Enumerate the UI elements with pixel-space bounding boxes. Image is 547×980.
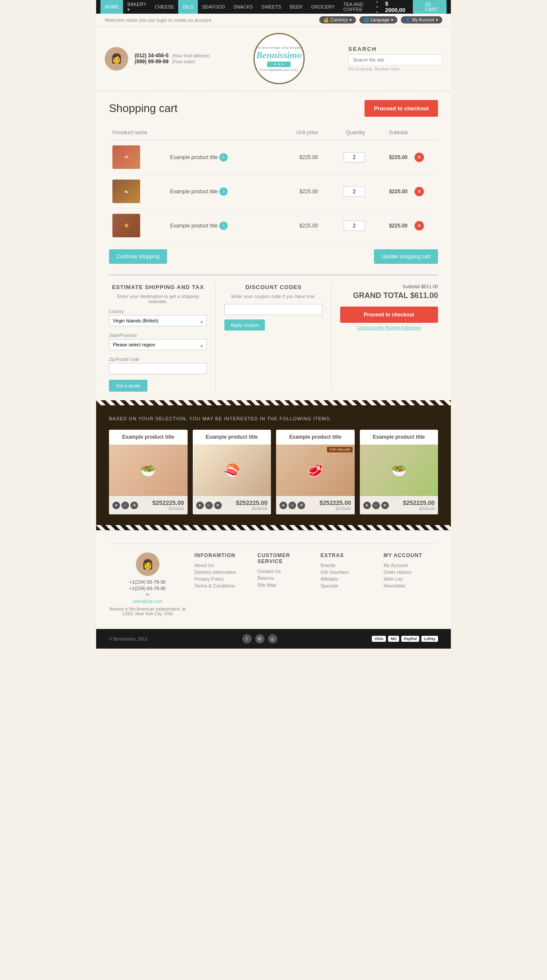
footer-link-contact[interactable]: Contact Us [258, 569, 312, 574]
footer-link-specials[interactable]: Specials [321, 583, 375, 588]
product-image: 🍰 [112, 145, 140, 169]
wishlist-icon[interactable]: ♥ [196, 502, 204, 509]
login-link[interactable]: login [157, 18, 167, 23]
footer-link-wishlist[interactable]: Wish List [384, 576, 438, 582]
footer-link-vouchers[interactable]: Gift Vouchers [321, 570, 375, 575]
nav-sweets[interactable]: SWEETS [257, 0, 285, 14]
nav-tea[interactable]: TEA AND COFFEE [339, 0, 372, 14]
quantity-input[interactable] [344, 152, 365, 162]
top-seller-badge: TOP SELLER [327, 447, 352, 452]
state-select[interactable]: Please select region Goa Maharashtra [109, 339, 207, 350]
delete-button[interactable]: ✕ [415, 153, 424, 162]
continue-shopping-button[interactable]: Continue shopping [109, 249, 167, 264]
currency-button[interactable]: 💰 Currency ▾ [319, 16, 356, 24]
proceed-checkout-bottom[interactable]: Proceed to checkout [340, 307, 438, 323]
delete-button[interactable]: ✕ [415, 221, 424, 230]
state-select-wrap: Please select region Goa Maharashtra [109, 339, 207, 354]
zip-input[interactable] [109, 363, 207, 374]
shipping-desc: Enter your destination to get a shipping… [109, 294, 207, 304]
product-info-icon[interactable]: i [219, 221, 228, 230]
nav-bakery[interactable]: BAKERY ▾ [123, 0, 150, 14]
nav-beer[interactable]: BEER [285, 0, 307, 14]
update-cart-button[interactable]: Update shopping cart [374, 249, 438, 264]
add-to-cart-icon[interactable]: 🛒 [288, 502, 296, 509]
wishlist-icon[interactable]: ♥ [112, 502, 120, 509]
quick-view-icon[interactable]: 👁 [214, 502, 222, 509]
paypal-icon: PayPal [401, 636, 419, 642]
footer-link-privacy[interactable]: Privacy Policy [194, 576, 249, 582]
cart-icon: 🛒 [417, 4, 423, 10]
social-links: f W ◎ [242, 634, 277, 643]
delete-button[interactable]: ✕ [415, 187, 424, 196]
unit-price: $225.00 [274, 174, 321, 209]
subtotal-row: Subtotal $611.00 [340, 284, 438, 289]
welcome-bar: Welcome visitor you can login or create … [96, 14, 451, 27]
nav-cheese[interactable]: CHEESE [150, 0, 178, 14]
language-button[interactable]: 🌐 Language ▾ [359, 16, 398, 24]
footer-link-sitemap[interactable]: Site Map [258, 582, 312, 587]
price-main: $252225.00 [403, 499, 435, 506]
footer-link-about[interactable]: About Us [194, 563, 249, 568]
create-account-link[interactable]: create an account. [174, 18, 212, 23]
get-quote-button[interactable]: Get a quote [109, 380, 147, 392]
welcome-or: or [168, 18, 174, 23]
product-card-image: 🥗 [360, 445, 438, 496]
wishlist-icon[interactable]: ♥ [279, 502, 287, 509]
nav-oils[interactable]: OILS [178, 0, 197, 14]
footer-email[interactable]: sales@site.com [132, 599, 163, 604]
nav-home[interactable]: HOME [100, 0, 123, 14]
product-card-footer: ♥ 🛒 👁 $252225.00 $240.00 [276, 496, 355, 514]
product-info-icon[interactable]: i [219, 187, 228, 196]
add-to-cart-icon[interactable]: 🛒 [121, 502, 129, 509]
footer-link-returns[interactable]: Returns [258, 576, 312, 581]
footer-link-order-history[interactable]: Order History [384, 570, 438, 575]
search-title: SEARCH [348, 46, 442, 52]
subtotal: $225.00 [368, 174, 411, 209]
rss-icon[interactable]: ◎ [268, 634, 277, 643]
add-to-cart-icon[interactable]: 🛒 [372, 502, 380, 509]
search-input[interactable] [348, 54, 442, 65]
apply-coupon-button[interactable]: Apply coupon [224, 319, 265, 331]
nav-seafood[interactable]: SEAFOOD [198, 0, 229, 14]
footer-address: Avenue of the American Independent, at 1… [109, 607, 186, 616]
footer-link-terms[interactable]: Terms & Conditions [194, 583, 249, 588]
subtotal-label: Subtotal [403, 284, 420, 289]
search-example: For Example: Buwiser beer [348, 67, 442, 71]
quantity-input[interactable] [344, 221, 365, 231]
footer-link-delivery[interactable]: Delivery Information [194, 570, 249, 575]
product-card: Example product title 🥩 TOP SELLER ♥ 🛒 👁… [276, 430, 355, 514]
account-button[interactable]: 👤 My Account ▾ [401, 16, 442, 24]
site-logo[interactable]: The best vintage shop template Bennissim… [210, 33, 348, 84]
wishlist-icon[interactable]: ♥ [363, 502, 371, 509]
product-card-image-wrap: 🥗 [360, 445, 438, 496]
table-row: 🍜 Example product title i $225.00 $225.0… [109, 174, 438, 209]
nav-snacks[interactable]: SNACKS [229, 0, 257, 14]
phone1: (012) 34-456-5 [135, 53, 168, 59]
footer-link-newsletter[interactable]: Newsletter [384, 583, 438, 588]
country-select[interactable]: Virgin Islands (British) United States U… [109, 315, 207, 326]
footer-link-affiliates[interactable]: Affiliates [321, 576, 375, 582]
quantity-input[interactable] [344, 186, 365, 197]
cart-button[interactable]: 🛒 (0) CART [413, 0, 447, 14]
product-info-icon[interactable]: i [219, 153, 228, 162]
wordpress-icon[interactable]: W [255, 634, 265, 643]
footer-link-brands[interactable]: Brands [321, 563, 375, 568]
quick-view-icon[interactable]: 👁 [297, 502, 305, 509]
totals-section: Subtotal $611.00 GRAND TOTAL $611.00 Pro… [332, 284, 438, 392]
nav-grocery[interactable]: GROCERY [307, 0, 339, 14]
page-title-row: Shopping cart Proceed to checkout [109, 100, 438, 117]
unit-price: $225.00 [274, 209, 321, 243]
checkout-multiple-addresses[interactable]: Checkout with Multiple Addresses [340, 325, 438, 330]
add-to-cart-icon[interactable]: 🛒 [205, 502, 213, 509]
footer-brand: 👩 +1(234) 56-78-90 +1(234) 56-78-90 ✉ sa… [109, 552, 186, 616]
facebook-icon[interactable]: f [242, 634, 252, 643]
cart-label: (0) CART [425, 2, 442, 12]
nav-more[interactable]: • • • [372, 0, 385, 14]
coupon-input[interactable] [224, 304, 322, 315]
proceed-checkout-top[interactable]: Proceed to checkout [365, 100, 438, 117]
recommendations-section: BASED ON YOUR SELECTION, YOU MAY BE INTE… [96, 405, 451, 525]
ln-pay-icon: LnPay [421, 636, 438, 642]
quick-view-icon[interactable]: 👁 [130, 502, 138, 509]
quick-view-icon[interactable]: 👁 [381, 502, 389, 509]
footer-link-my-account[interactable]: My Account [384, 563, 438, 568]
